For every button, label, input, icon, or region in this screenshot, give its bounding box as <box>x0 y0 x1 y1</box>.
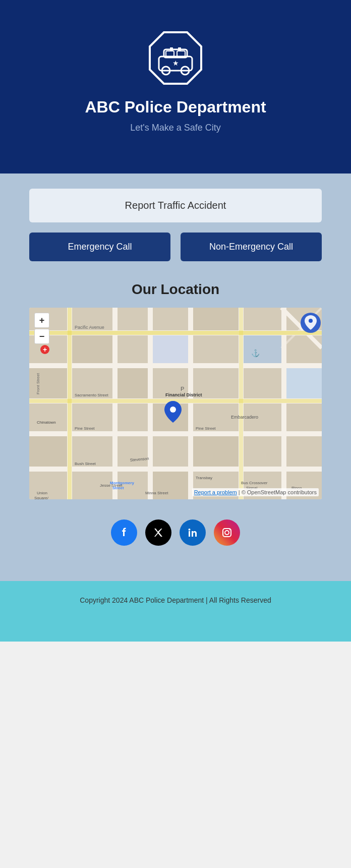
svg-text:Embarcadero: Embarcadero <box>231 415 258 420</box>
non-emergency-call-button[interactable]: Non-Emergency Call <box>181 233 322 261</box>
svg-rect-45 <box>286 436 322 467</box>
map-background: Pacific Avenue Front Street Sacramento S… <box>29 308 322 499</box>
svg-text:Bush Street: Bush Street <box>75 461 96 466</box>
svg-rect-30 <box>244 368 281 398</box>
svg-rect-4 <box>177 51 185 56</box>
svg-rect-57 <box>29 467 322 472</box>
map-container: Pacific Avenue Front Street Sacramento S… <box>29 308 322 499</box>
x-twitter-icon[interactable] <box>145 519 171 546</box>
police-logo-icon: ★ <box>148 30 203 86</box>
location-heading: Our Location <box>132 281 219 298</box>
svg-rect-19 <box>72 335 112 363</box>
svg-rect-32 <box>29 403 67 431</box>
svg-text:⚓: ⚓ <box>251 349 260 358</box>
svg-text:Chinatown: Chinatown <box>37 420 56 425</box>
footer-section: Copyright 2024 ABC Police Department | A… <box>0 581 351 642</box>
svg-point-98 <box>189 529 191 531</box>
svg-rect-13 <box>118 308 148 330</box>
instagram-icon[interactable] <box>214 519 240 546</box>
svg-rect-69 <box>239 308 243 499</box>
facebook-icon[interactable] <box>111 519 137 546</box>
svg-rect-15 <box>193 308 239 330</box>
svg-rect-23 <box>244 335 281 363</box>
svg-rect-54 <box>29 363 322 368</box>
report-problem-link[interactable]: Report a problem <box>194 489 237 495</box>
svg-text:Pacific Avenue: Pacific Avenue <box>75 325 104 330</box>
svg-rect-42 <box>153 436 188 467</box>
svg-rect-25 <box>29 368 67 398</box>
footer-copyright: Copyright 2024 ABC Police Department | A… <box>80 591 271 604</box>
report-traffic-button[interactable]: Report Traffic Accident <box>29 189 322 222</box>
svg-rect-27 <box>118 368 148 398</box>
map-attribution: Report a problem | © OpenStreetMap contr… <box>192 488 319 496</box>
svg-rect-3 <box>166 51 174 56</box>
svg-rect-59 <box>112 308 118 499</box>
map-zoom-in-button[interactable]: + <box>34 313 49 328</box>
svg-text:★: ★ <box>172 59 179 67</box>
map-zoom-out-button[interactable]: − <box>34 329 49 344</box>
linkedin-icon[interactable] <box>180 519 206 546</box>
svg-point-96 <box>309 319 313 323</box>
svg-text:Minna Street: Minna Street <box>145 491 168 495</box>
svg-text:Transbay: Transbay <box>196 476 212 480</box>
svg-rect-66 <box>29 331 322 335</box>
svg-rect-38 <box>286 403 322 431</box>
main-content: Report Traffic Accident Emergency Call N… <box>0 173 351 581</box>
svg-rect-39 <box>29 436 67 467</box>
svg-text:Sacramento Street: Sacramento Street <box>75 393 108 397</box>
svg-rect-31 <box>286 368 322 398</box>
svg-rect-61 <box>188 308 193 499</box>
svg-point-94 <box>170 407 176 413</box>
svg-text:Square/: Square/ <box>34 496 49 499</box>
map-add-icon[interactable] <box>40 345 49 354</box>
svg-text:Jesse Street: Jesse Street <box>100 483 123 488</box>
svg-rect-97 <box>189 531 190 537</box>
svg-rect-6 <box>178 47 181 50</box>
svg-text:Bus Crossover: Bus Crossover <box>241 481 268 485</box>
svg-rect-20 <box>118 335 148 363</box>
svg-text:Front Street: Front Street <box>36 373 40 394</box>
svg-rect-46 <box>29 472 67 499</box>
svg-text:Pine Street: Pine Street <box>196 426 216 431</box>
svg-text:Financial District: Financial District <box>165 392 202 397</box>
svg-rect-43 <box>193 436 239 467</box>
svg-text:P: P <box>181 386 184 392</box>
attribution-suffix: | © OpenStreetMap contributors <box>239 489 317 495</box>
svg-point-101 <box>229 530 230 531</box>
social-icons-row <box>111 519 240 546</box>
svg-rect-24 <box>286 335 322 363</box>
svg-rect-63 <box>281 308 286 499</box>
hero-section: ★ ABC Police Department Let's Make a Saf… <box>0 0 351 173</box>
page-title: ABC Police Department <box>85 98 266 117</box>
call-buttons-row: Emergency Call Non-Emergency Call <box>29 233 322 261</box>
svg-text:Pine Street: Pine Street <box>75 426 95 431</box>
emergency-call-button[interactable]: Emergency Call <box>29 233 170 261</box>
svg-point-100 <box>225 531 229 535</box>
svg-rect-56 <box>29 431 322 436</box>
svg-text:Union: Union <box>37 491 47 495</box>
svg-rect-21 <box>153 335 188 363</box>
svg-rect-22 <box>193 335 239 363</box>
svg-rect-34 <box>118 403 148 431</box>
svg-rect-14 <box>153 308 188 330</box>
svg-rect-16 <box>244 308 281 330</box>
svg-rect-44 <box>244 436 281 467</box>
map-controls: + − <box>34 313 49 344</box>
svg-rect-68 <box>68 308 72 499</box>
svg-rect-5 <box>170 47 173 50</box>
hero-subtitle: Let's Make a Safe City <box>130 123 221 133</box>
svg-rect-60 <box>148 308 153 499</box>
